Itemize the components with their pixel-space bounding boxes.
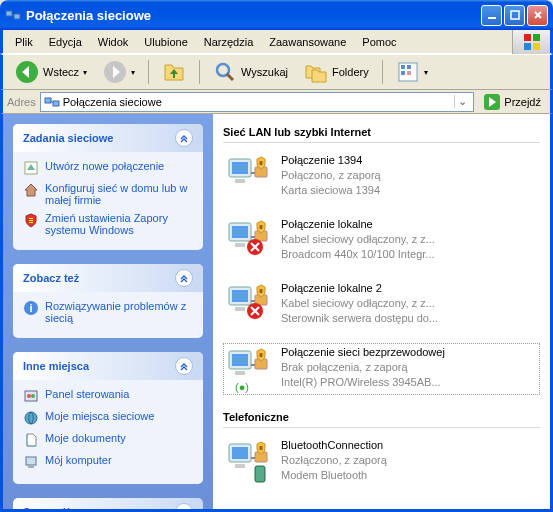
svg-rect-21 — [53, 101, 59, 106]
svg-rect-20 — [45, 98, 51, 103]
panel-link-text: Rozwiązywanie problemów z siecią — [45, 300, 193, 324]
connection-device: Karta sieciowa 1394 — [281, 183, 381, 198]
svg-rect-72 — [260, 446, 263, 450]
panel-link[interactable]: Panel sterowania — [23, 388, 193, 404]
collapse-icon[interactable] — [175, 269, 193, 287]
menu-help[interactable]: Pomoc — [354, 33, 404, 51]
folders-icon — [304, 60, 328, 84]
panel-header[interactable]: Inne miejsca — [13, 352, 203, 380]
menu-advanced[interactable]: Zaawansowane — [261, 33, 354, 51]
search-icon — [213, 60, 237, 84]
maximize-button[interactable] — [504, 5, 525, 26]
go-button[interactable]: Przejdź — [478, 91, 546, 113]
connection-icon — [225, 217, 273, 265]
connection-device: Broadcom 440x 10/100 Integr... — [281, 247, 435, 262]
connection-device: Modem Bluetooth — [281, 468, 387, 483]
windows-logo-icon — [512, 30, 550, 54]
views-button[interactable]: ▾ — [390, 57, 434, 87]
connection-icon — [225, 281, 273, 329]
up-button[interactable] — [156, 57, 192, 87]
group-heading: Sieć LAN lub szybki Internet — [223, 122, 540, 143]
menu-favorites[interactable]: Ulubione — [136, 33, 195, 51]
panel-header[interactable]: Zadania sieciowe — [13, 124, 203, 152]
panel-title: Zadania sieciowe — [23, 132, 113, 144]
connection-name: Połączenie sieci bezprzewodowej — [281, 345, 445, 360]
toolbar: Wstecz ▾ ▾ Wyszukaj Foldery ▾ — [0, 54, 553, 90]
panel-header[interactable]: Szczegóły — [13, 498, 203, 509]
folder-up-icon — [162, 60, 186, 84]
svg-rect-52 — [232, 290, 248, 302]
address-label: Adres — [7, 96, 36, 108]
toolbar-divider — [382, 60, 383, 84]
connection-text: Połączenie 1394Połączono, z zaporąKarta … — [281, 153, 381, 201]
panel-body: Panel sterowaniaMoje miejsca siecioweMoj… — [13, 380, 203, 484]
panel-link-text: Utwórz nowe połączenie — [45, 160, 164, 172]
tasks-panel: Zadania siecioweUtwórz nowe połączenieKo… — [3, 114, 213, 509]
panel-link[interactable]: iRozwiązywanie problemów z siecią — [23, 300, 193, 324]
svg-rect-7 — [524, 34, 531, 41]
window-icon — [5, 7, 21, 23]
folders-button[interactable]: Foldery — [298, 57, 375, 87]
panel-link[interactable]: Moje miejsca sieciowe — [23, 410, 193, 426]
svg-rect-62 — [235, 371, 245, 375]
close-button[interactable] — [527, 5, 548, 26]
svg-rect-35 — [28, 466, 34, 468]
panel-body: iRozwiązywanie problemów z siecią — [13, 292, 203, 338]
panel-link[interactable]: Utwórz nowe połączenie — [23, 160, 193, 176]
cpl-icon — [23, 388, 39, 404]
connection-item[interactable]: Połączenie lokalne 2Kabel sieciowy odłąc… — [223, 279, 540, 331]
addressbar: Adres Połączenia sieciowe ⌄ Przejdź — [0, 90, 553, 114]
menubar: Plik Edycja Widok Ulubione Narzędzia Zaa… — [0, 30, 553, 54]
address-dropdown[interactable]: ⌄ — [454, 95, 470, 108]
connection-item[interactable]: (●)Połączenie sieci bezprzewodowejBrak p… — [223, 343, 540, 395]
svg-rect-53 — [235, 307, 245, 311]
menu-edit[interactable]: Edycja — [41, 33, 90, 51]
svg-rect-16 — [401, 65, 405, 69]
svg-rect-73 — [255, 466, 265, 482]
panel-link-text: Moje dokumenty — [45, 432, 126, 444]
collapse-icon[interactable] — [175, 357, 193, 375]
svg-line-14 — [227, 74, 233, 80]
svg-rect-38 — [235, 179, 245, 183]
panel-link-text: Moje miejsca sieciowe — [45, 410, 154, 422]
svg-text:(●): (●) — [235, 381, 249, 393]
svg-rect-9 — [524, 43, 531, 50]
menu-tools[interactable]: Narzędzia — [196, 33, 262, 51]
svg-rect-56 — [260, 289, 263, 293]
collapse-icon[interactable] — [175, 129, 193, 147]
panel-link[interactable]: Zmień ustawienia Zapory systemu Windows — [23, 212, 193, 236]
svg-rect-34 — [26, 457, 36, 465]
panel-link[interactable]: Moje dokumenty — [23, 432, 193, 448]
forward-button[interactable]: ▾ — [97, 57, 141, 87]
connection-status: Rozłączono, z zaporą — [281, 453, 387, 468]
svg-rect-0 — [6, 11, 12, 16]
svg-rect-17 — [407, 65, 411, 69]
svg-rect-41 — [260, 161, 263, 165]
address-value: Połączenia sieciowe — [63, 96, 452, 108]
panel-link[interactable]: Konfiguruj sieć w domu lub w małej firmi… — [23, 182, 193, 206]
address-input[interactable]: Połączenia sieciowe ⌄ — [40, 92, 475, 112]
connection-item[interactable]: Połączenie lokalneKabel sieciowy odłączo… — [223, 215, 540, 267]
panel-link-text: Mój komputer — [45, 454, 112, 466]
panel-link-text: Zmień ustawienia Zapory systemu Windows — [45, 212, 193, 236]
chevron-down-icon: ▾ — [424, 68, 428, 77]
minimize-button[interactable] — [481, 5, 502, 26]
svg-text:i: i — [29, 302, 32, 314]
panel-2: Inne miejscaPanel sterowaniaMoje miejsca… — [13, 352, 203, 484]
svg-point-33 — [25, 412, 37, 424]
search-button[interactable]: Wyszukaj — [207, 57, 294, 87]
docs-icon — [23, 432, 39, 448]
back-button[interactable]: Wstecz ▾ — [9, 57, 93, 87]
connection-item[interactable]: BluetoothConnectionRozłączono, z zaporąM… — [223, 436, 540, 488]
menu-view[interactable]: Widok — [90, 33, 137, 51]
svg-rect-68 — [232, 447, 248, 459]
panel-header[interactable]: Zobacz też — [13, 264, 203, 292]
panel-title: Inne miejsca — [23, 360, 89, 372]
panel-link[interactable]: Mój komputer — [23, 454, 193, 470]
connection-item[interactable]: Połączenie 1394Połączono, z zaporąKarta … — [223, 151, 540, 203]
menu-file[interactable]: Plik — [7, 33, 41, 51]
collapse-icon[interactable] — [175, 503, 193, 509]
connection-status: Kabel sieciowy odłączony, z z... — [281, 232, 435, 247]
svg-rect-8 — [533, 34, 540, 41]
house-icon — [23, 182, 39, 198]
